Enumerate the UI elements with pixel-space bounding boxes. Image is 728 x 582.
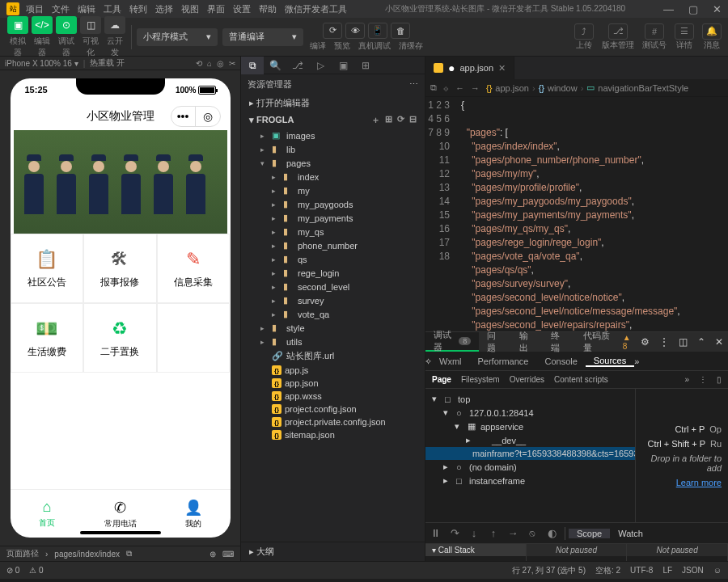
menu-选择[interactable]: 选择 xyxy=(155,3,173,15)
tree-node[interactable]: {}app.json xyxy=(241,377,425,390)
debugger-button[interactable]: ⊙ xyxy=(56,16,77,34)
dock-side-icon[interactable]: ▯ xyxy=(717,375,722,384)
source-node[interactable]: ▾□top xyxy=(425,392,635,406)
tab-problems[interactable]: 问题 xyxy=(479,332,511,352)
compile-dropdown[interactable]: 普通编译 ▾ xyxy=(222,28,303,46)
tree-node[interactable]: {}app.wxss xyxy=(241,390,425,403)
menu-编辑[interactable]: 编辑 xyxy=(78,3,95,15)
tree-node[interactable]: 🔗站长图库.url xyxy=(241,348,425,364)
source-node[interactable]: ▸○(no domain) xyxy=(425,460,635,474)
db-icon[interactable]: ⊞ xyxy=(354,57,377,74)
overflow-icon[interactable]: » xyxy=(634,356,639,366)
project-root[interactable]: ▾ FROGLA ＋ ⊞ ⟳ ⊟ xyxy=(241,112,425,129)
tree-node[interactable]: ▸▮second_level xyxy=(241,280,425,293)
tree-node[interactable]: {}app.js xyxy=(241,364,425,377)
tree-node[interactable]: ▸▮my_payments xyxy=(241,211,425,225)
collapse-icon[interactable]: ⌃ xyxy=(692,336,710,348)
open-editors-section[interactable]: ▸ 打开的编辑器 xyxy=(241,95,425,112)
upload-button[interactable]: ⤴ xyxy=(574,23,594,40)
scope-tab[interactable]: Scope xyxy=(569,529,610,538)
debug-icon[interactable]: ▷ xyxy=(309,57,332,74)
source-node[interactable]: mainframe?t=1659338488398&cts=1659338488… xyxy=(425,447,635,460)
more-icon[interactable]: ⋮ xyxy=(699,375,707,384)
cursor-position[interactable]: 行 27, 列 37 (选中 5) xyxy=(512,565,586,576)
menu-设置[interactable]: 设置 xyxy=(233,3,251,15)
tab-item[interactable]: 👤我的 xyxy=(157,490,231,538)
more-icon[interactable]: ⋯ xyxy=(409,79,418,90)
source-node[interactable]: ▾○127.0.0.1:28414 xyxy=(425,406,635,420)
menu-文件[interactable]: 文件 xyxy=(52,3,70,15)
capsule-close-icon[interactable]: ◎ xyxy=(196,107,220,126)
grid-cell[interactable]: ♻二手置换 xyxy=(83,303,157,373)
more-icon[interactable]: ⋮ xyxy=(654,336,674,348)
screenshot-icon[interactable]: ◎ xyxy=(217,59,224,68)
dock-icon[interactable]: ◫ xyxy=(674,336,692,348)
subtab-performance[interactable]: Performance xyxy=(470,356,537,366)
learn-more-link[interactable]: Learn more xyxy=(676,478,722,487)
tab-terminal[interactable]: 终端 xyxy=(543,332,575,352)
subtab-wxml[interactable]: Wxml xyxy=(431,356,470,366)
warning-count[interactable]: ⚠ 0 xyxy=(29,566,43,575)
warning-badge[interactable]: ▲ 8 xyxy=(623,333,636,351)
minimize-icon[interactable]: — xyxy=(663,3,674,15)
tree-node[interactable]: ▸▮lib xyxy=(241,142,425,156)
simulator-button[interactable]: ▣ xyxy=(7,16,28,34)
tree-node[interactable]: ▸▮survey xyxy=(241,293,425,307)
subtab-sources[interactable]: Sources xyxy=(586,356,634,367)
tree-node[interactable]: {}project.config.json xyxy=(241,403,425,415)
breadcrumb[interactable]: {} app.json › {} window › ▭ navigationBa… xyxy=(486,82,688,93)
menu-界面[interactable]: 界面 xyxy=(207,3,225,15)
tab-quality[interactable]: 代码质量 xyxy=(575,332,623,352)
error-count[interactable]: ⊘ 0 xyxy=(6,566,19,575)
menu-视图[interactable]: 视图 xyxy=(181,3,199,15)
subtab-console[interactable]: Console xyxy=(536,356,585,366)
tree-node[interactable]: ▸▮my xyxy=(241,183,425,197)
scene-icon[interactable]: ⊕ xyxy=(210,550,216,559)
copy-icon[interactable]: ⧉ xyxy=(126,549,132,559)
refresh-icon[interactable]: ⟳ xyxy=(397,114,404,126)
grid-cell[interactable]: 📋社区公告 xyxy=(11,234,84,303)
tab-filesystem[interactable]: Filesystem xyxy=(461,375,500,384)
collapse-icon[interactable]: ⊟ xyxy=(409,114,417,126)
pause-icon[interactable]: ⏸ xyxy=(425,527,445,539)
tree-node[interactable]: {}project.private.config.json xyxy=(241,415,425,428)
tree-node[interactable]: ▸▮my_paygoods xyxy=(241,197,425,211)
grid-cell[interactable]: 💵生活缴费 xyxy=(11,303,84,373)
feedback-icon[interactable]: ☺ xyxy=(713,566,722,575)
source-node[interactable]: ▸__dev__ xyxy=(425,433,635,447)
search-icon[interactable]: 🔍 xyxy=(264,57,286,74)
tree-node[interactable]: ▸▮rege_login xyxy=(241,266,425,280)
tree-node[interactable]: ▸▮my_qs xyxy=(241,225,425,238)
new-file-icon[interactable]: ＋ xyxy=(371,114,380,126)
device-selector[interactable]: iPhone X 100% 16 ▾ xyxy=(5,59,78,68)
tab-app-json[interactable]: ● app.json ✕ xyxy=(425,57,514,79)
overflow-icon[interactable]: » xyxy=(684,375,689,384)
maximize-icon[interactable]: ▢ xyxy=(688,3,698,15)
inspect-icon[interactable]: ⟡ xyxy=(425,356,431,366)
menu-项目[interactable]: 项目 xyxy=(26,3,44,15)
menu-工具[interactable]: 工具 xyxy=(104,3,121,15)
git-icon[interactable]: ⎇ xyxy=(286,57,309,74)
gear-icon[interactable]: ⚙ xyxy=(636,336,654,348)
close-icon[interactable]: ✕ xyxy=(713,3,722,15)
mode-dropdown[interactable]: 小程序模式 ▾ xyxy=(137,28,218,46)
details-button[interactable]: ☰ xyxy=(675,23,694,40)
outline-section[interactable]: ▸ 大纲 xyxy=(241,542,425,561)
encoding[interactable]: UTF-8 xyxy=(630,566,653,575)
tab-debugger[interactable]: 调试器8 xyxy=(425,332,479,352)
clear-cache-button[interactable]: 🗑 xyxy=(391,23,410,39)
tree-node[interactable]: ▸▮style xyxy=(241,321,425,335)
eol[interactable]: LF xyxy=(662,566,672,575)
page-path[interactable]: pages/index/index xyxy=(54,550,120,559)
testid-button[interactable]: # xyxy=(645,23,664,40)
grid-cell[interactable]: ✎信息采集 xyxy=(157,234,231,303)
source-node[interactable]: ▾▦appservice xyxy=(425,420,635,433)
capsule-menu-icon[interactable]: ••• xyxy=(171,107,196,126)
tree-node[interactable]: ▸▣images xyxy=(241,129,425,142)
shortcut-icon[interactable]: ⌨ xyxy=(222,550,234,559)
tree-node[interactable]: {}sitemap.json xyxy=(241,428,425,441)
tree-node[interactable]: ▸▮phone_number xyxy=(241,238,425,252)
new-folder-icon[interactable]: ⊞ xyxy=(385,114,392,126)
code-editor[interactable]: 1 2 3 4 5 6 7 8 9 10 11 12 13 14 15 16 1… xyxy=(425,97,728,331)
explorer-icon[interactable]: ⧉ xyxy=(241,57,264,74)
